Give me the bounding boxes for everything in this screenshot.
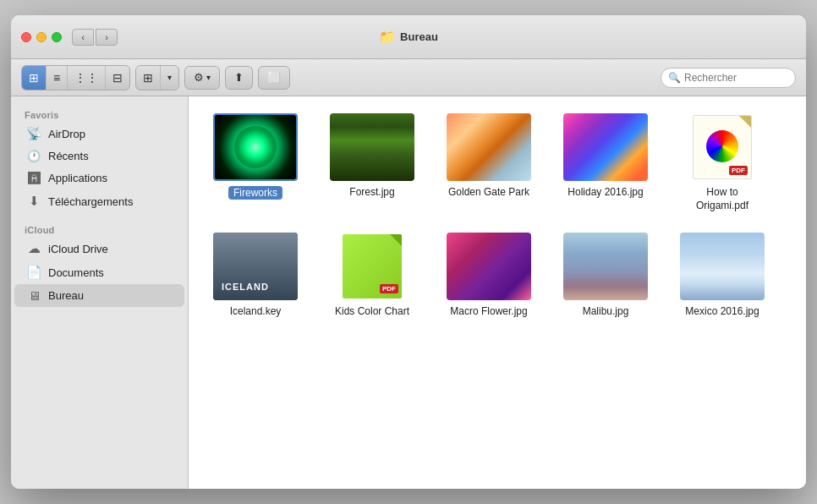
file-thumb-malibu (563, 233, 648, 300)
action-button[interactable]: ⚙ ▾ (184, 66, 220, 90)
view-column-button[interactable]: ⋮⋮ (68, 66, 106, 90)
forward-button[interactable]: › (96, 29, 118, 46)
window-title: 📁 Bureau (379, 29, 438, 45)
close-button[interactable] (21, 32, 31, 42)
downloads-icon: ⬇ (26, 194, 41, 209)
toolbar: ⊞ ≡ ⋮⋮ ⊟ ⊞ ▾ ⚙ ▾ ⬆ ⬜ 🔍 (11, 59, 806, 96)
icloud-icon: ☁ (26, 241, 41, 256)
file-thumb-macro-flower (447, 233, 531, 300)
content-area: Favoris 📡 AirDrop 🕐 Récents 🅰 Applicatio… (11, 96, 806, 489)
file-name-macro-flower: Macro Flower.jpg (450, 305, 527, 319)
sidebar-item-bureau[interactable]: 🖥 Bureau (14, 284, 184, 307)
group-dropdown-button[interactable]: ▾ (161, 66, 178, 90)
file-item-malibu[interactable]: Malibu.jpg (559, 233, 652, 319)
traffic-lights (21, 32, 62, 42)
bureau-icon: 🖥 (26, 288, 41, 303)
sidebar: Favoris 📡 AirDrop 🕐 Récents 🅰 Applicatio… (11, 96, 189, 489)
window-title-text: Bureau (400, 30, 438, 43)
finder-window: ‹ › 📁 Bureau ⊞ ≡ ⋮⋮ ⊟ ⊞ ▾ ⚙ ▾ ⬆ ⬜ � (11, 15, 806, 489)
sidebar-item-icloud-drive[interactable]: ☁ iCloud Drive (14, 237, 184, 260)
sidebar-item-airdrop[interactable]: 📡 AirDrop (14, 122, 184, 145)
nav-buttons: ‹ › (72, 29, 118, 46)
view-icon-button[interactable]: ⊞ (22, 66, 47, 90)
tag-icon: ⬜ (267, 71, 281, 84)
file-name-mexico: Mexico 2016.jpg (685, 305, 759, 319)
file-name-malibu: Malibu.jpg (583, 305, 629, 319)
file-item-forest[interactable]: Forest.jpg (326, 113, 419, 212)
file-item-golden-gate[interactable]: Golden Gate Park (442, 113, 535, 212)
action-dropdown-icon: ▾ (206, 73, 211, 82)
view-group-button: ⊞ ▾ (135, 65, 179, 90)
file-thumb-mexico (680, 233, 765, 300)
sidebar-label-airdrop: AirDrop (48, 128, 85, 140)
sidebar-section-favoris: Favoris (11, 107, 188, 122)
file-area: Fireworks Forest.jpg Golden Gate Park (189, 96, 806, 489)
sidebar-item-applications[interactable]: 🅰 Applications (14, 167, 184, 189)
titlebar: ‹ › 📁 Bureau (11, 15, 806, 59)
search-icon: 🔍 (668, 72, 681, 84)
sidebar-item-recents[interactable]: 🕐 Récents (14, 145, 184, 167)
tag-button[interactable]: ⬜ (258, 66, 290, 90)
sidebar-item-telechargements[interactable]: ⬇ Téléchargements (14, 189, 184, 213)
file-thumb-kids-color-chart: PDF (330, 233, 414, 300)
file-thumb-fireworks (213, 113, 298, 181)
file-thumb-origami-pdf: PDF (680, 113, 765, 181)
file-name-holiday: Holiday 2016.jpg (568, 186, 643, 200)
file-thumb-forest (330, 113, 414, 181)
documents-icon: 📄 (26, 265, 41, 280)
file-item-mexico[interactable]: Mexico 2016.jpg (676, 233, 769, 319)
group-button[interactable]: ⊞ (136, 66, 161, 90)
sidebar-label-telechargements: Téléchargements (48, 195, 133, 208)
maximize-button[interactable] (52, 32, 62, 42)
file-name-origami-pdf: How to Origami.pdf (696, 186, 748, 212)
minimize-button[interactable] (36, 32, 47, 42)
search-box[interactable]: 🔍 (661, 68, 796, 88)
file-item-fireworks[interactable]: Fireworks (209, 113, 302, 212)
file-thumb-iceland: ICELAND (213, 233, 298, 300)
file-name-iceland: Iceland.key (230, 305, 282, 319)
file-grid-row2: ICELAND Iceland.key PDF Kids Color Chart (209, 233, 786, 319)
file-thumb-golden-gate (447, 113, 531, 181)
view-buttons-group: ⊞ ≡ ⋮⋮ ⊟ (21, 65, 130, 90)
file-name-fireworks: Fireworks (228, 186, 282, 200)
sidebar-label-recents: Récents (48, 150, 89, 162)
sidebar-item-documents[interactable]: 📄 Documents (14, 260, 184, 284)
file-grid-row1: Fireworks Forest.jpg Golden Gate Park (209, 113, 786, 212)
sidebar-label-applications: Applications (48, 172, 107, 184)
file-thumb-holiday (563, 113, 648, 181)
file-name-forest: Forest.jpg (349, 186, 394, 200)
sidebar-section-icloud: iCloud (11, 222, 188, 237)
share-icon: ⬆ (234, 71, 244, 84)
file-item-kids-color-chart[interactable]: PDF Kids Color Chart (326, 233, 419, 319)
search-input[interactable] (684, 72, 788, 84)
sidebar-label-documents: Documents (48, 266, 104, 279)
gear-icon: ⚙ (194, 71, 204, 84)
view-coverflow-button[interactable]: ⊟ (106, 66, 129, 90)
file-item-holiday[interactable]: Holiday 2016.jpg (559, 113, 652, 212)
file-name-kids-color-chart: Kids Color Chart (335, 305, 409, 319)
sidebar-label-bureau: Bureau (48, 289, 84, 302)
airdrop-icon: 📡 (26, 126, 41, 141)
sidebar-label-icloud-drive: iCloud Drive (48, 243, 108, 255)
back-button[interactable]: ‹ (72, 29, 94, 46)
recents-icon: 🕐 (26, 150, 41, 162)
file-item-origami-pdf[interactable]: PDF How to Origami.pdf (676, 113, 769, 212)
title-folder-icon: 📁 (379, 29, 396, 45)
file-name-golden-gate: Golden Gate Park (448, 186, 529, 200)
view-list-button[interactable]: ≡ (47, 66, 68, 90)
share-button[interactable]: ⬆ (225, 66, 253, 90)
file-item-macro-flower[interactable]: Macro Flower.jpg (442, 233, 535, 319)
file-item-iceland[interactable]: ICELAND Iceland.key (209, 233, 302, 319)
applications-icon: 🅰 (26, 171, 41, 185)
